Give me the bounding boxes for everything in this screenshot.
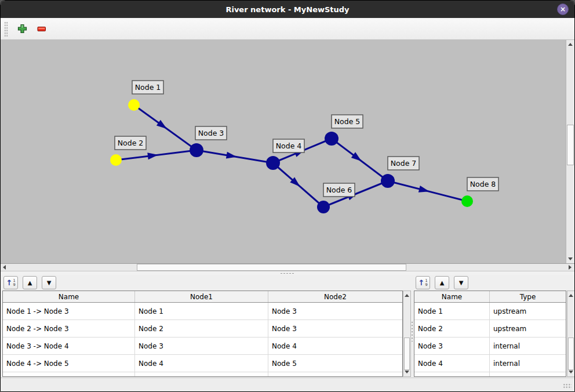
scroll-down-button[interactable] [566, 255, 574, 263]
table-row[interactable]: Node 1upstream [414, 303, 566, 320]
svg-text:Node 7: Node 7 [391, 159, 417, 168]
table-cell: Node 4 [414, 355, 490, 372]
canvas-vscroll-thumb[interactable] [567, 125, 574, 165]
canvas-vertical-scrollbar[interactable] [566, 40, 574, 263]
table-row[interactable]: Node 1 -> Node 3Node 1Node 3 [3, 303, 402, 320]
close-button[interactable]: × [557, 3, 569, 15]
resize-grip-icon[interactable] [563, 383, 572, 389]
node-move-down-button[interactable]: ▼ [454, 276, 468, 289]
table-row[interactable]: Node 2 -> Node 3Node 2Node 3 [3, 320, 402, 337]
table-cell [414, 372, 490, 377]
scroll-up-button[interactable] [567, 292, 574, 299]
toolbar-drag-handle[interactable] [4, 21, 8, 37]
table-cell [490, 372, 566, 377]
table-cell: Node 4 [268, 337, 402, 354]
sort-ascending-icon: ↑ 19 [6, 279, 15, 286]
node-move-up-button[interactable]: ▲ [435, 276, 449, 289]
node-table-controls: ↑ 19 ▲ ▼ [416, 276, 468, 289]
network-node[interactable] [461, 195, 473, 207]
node-label[interactable]: Node 1 [132, 81, 163, 94]
canvas-hscroll-thumb[interactable] [137, 264, 406, 271]
node-sort-button[interactable]: ↑ 19 [416, 276, 430, 289]
network-node[interactable] [317, 201, 330, 213]
table-cell: Node 1 -> Node 3 [3, 303, 135, 320]
table-row[interactable]: Node 4 -> Node 5Node 4Node 5 [3, 355, 402, 372]
table-cell: Node 1 [135, 303, 268, 320]
tables-area: NameNode1Node2Node 1 -> Node 3Node 1Node… [1, 291, 574, 378]
table-row[interactable] [3, 372, 402, 377]
close-icon: × [560, 6, 566, 13]
table-cell [268, 372, 402, 377]
scroll-left-button[interactable] [1, 264, 8, 271]
table-cell: Node 3 [268, 320, 402, 337]
table-cell: Node 5 [268, 355, 402, 372]
table-cell [135, 372, 268, 377]
network-node[interactable] [128, 99, 140, 111]
column-header[interactable]: Node1 [135, 291, 268, 302]
canvas-horizontal-scrollbar[interactable] [1, 263, 574, 271]
scroll-down-button[interactable] [403, 368, 410, 376]
column-header[interactable]: Type [490, 291, 566, 302]
table-cell: internal [490, 337, 566, 354]
node-label[interactable]: Node 3 [195, 126, 227, 140]
table-controls: ↑ 19 ▲ ▼ ↑ 19 ▲ ▼ [1, 275, 574, 291]
table-cell: Node 3 [268, 303, 402, 320]
add-button[interactable] [14, 21, 30, 37]
node-label[interactable]: Node 8 [467, 177, 498, 191]
svg-text:Node 6: Node 6 [326, 186, 352, 194]
scroll-down-button[interactable] [567, 368, 574, 376]
column-header[interactable]: Node2 [268, 291, 402, 302]
scroll-left-icon [3, 265, 6, 270]
network-canvas[interactable]: Node 1Node 2Node 3Node 4Node 5Node 6Node… [1, 40, 574, 263]
table-cell [3, 372, 135, 377]
reach-move-up-button[interactable]: ▲ [23, 276, 37, 289]
remove-button[interactable] [34, 21, 49, 37]
reach-sort-button[interactable]: ↑ 19 [3, 276, 18, 289]
table-cell: Node 2 [135, 320, 268, 337]
table-cell: upstream [490, 320, 566, 337]
node-label[interactable]: Node 5 [332, 115, 363, 128]
table-row[interactable]: Node 3internal [414, 337, 566, 355]
network-node[interactable] [381, 174, 395, 188]
table-cell: Node 2 -> Node 3 [3, 320, 135, 337]
node-table-scrollbar[interactable] [567, 291, 575, 377]
node-label[interactable]: Node 6 [323, 183, 355, 197]
column-header[interactable]: Name [414, 291, 490, 302]
scroll-up-button[interactable] [403, 292, 410, 299]
toolbar [1, 18, 574, 40]
river-network-diagram[interactable]: Node 1Node 2Node 3Node 4Node 5Node 6Node… [1, 40, 567, 263]
node-table: NameTypeNode 1upstreamNode 2upstreamNode… [414, 291, 566, 377]
table-cell: Node 4 [135, 355, 268, 372]
title-bar: River network - MyNewStudy × [1, 1, 574, 18]
svg-text:Node 8: Node 8 [470, 180, 496, 188]
svg-text:Node 3: Node 3 [198, 129, 224, 137]
network-node[interactable] [325, 132, 339, 146]
svg-text:Node 1: Node 1 [135, 83, 161, 92]
column-header[interactable]: Name [3, 291, 135, 302]
reach-move-down-button[interactable]: ▼ [42, 276, 56, 289]
table-row[interactable] [414, 372, 566, 377]
node-label[interactable]: Node 2 [115, 136, 146, 150]
reach-table-scrollbar[interactable] [403, 291, 411, 377]
node-scroll-thumb[interactable] [568, 337, 574, 370]
table-row[interactable]: Node 3 -> Node 4Node 3Node 4 [3, 337, 402, 355]
node-label[interactable]: Node 4 [273, 139, 304, 153]
node-label[interactable]: Node 7 [388, 157, 419, 170]
sort-ascending-icon: ↑ 19 [418, 279, 427, 286]
table-cell: Node 3 [135, 337, 268, 354]
scroll-up-icon [569, 294, 573, 297]
reach-scroll-thumb[interactable] [404, 337, 410, 370]
network-node[interactable] [190, 143, 203, 157]
arrow-up-icon: ▲ [440, 280, 445, 286]
table-row[interactable]: Node 4internal [414, 355, 566, 372]
scroll-up-button[interactable] [566, 41, 574, 48]
table-cell: Node 2 [414, 320, 490, 337]
network-node[interactable] [266, 156, 280, 170]
network-node[interactable] [110, 154, 122, 166]
table-header: NameType [414, 291, 566, 303]
scroll-right-button[interactable] [566, 264, 574, 271]
vertical-splitter[interactable] [411, 321, 413, 342]
scroll-down-icon [568, 257, 573, 260]
svg-text:Node 4: Node 4 [276, 141, 302, 150]
table-row[interactable]: Node 2upstream [414, 320, 566, 337]
